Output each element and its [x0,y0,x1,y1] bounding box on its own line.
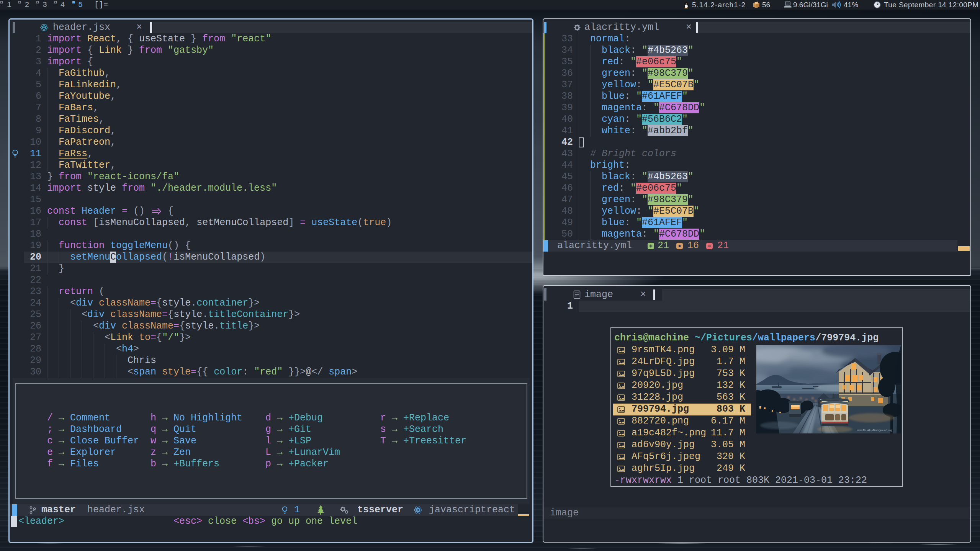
svg-text:www.DesktopBackground.org: www.DesktopBackground.org [856,429,892,432]
